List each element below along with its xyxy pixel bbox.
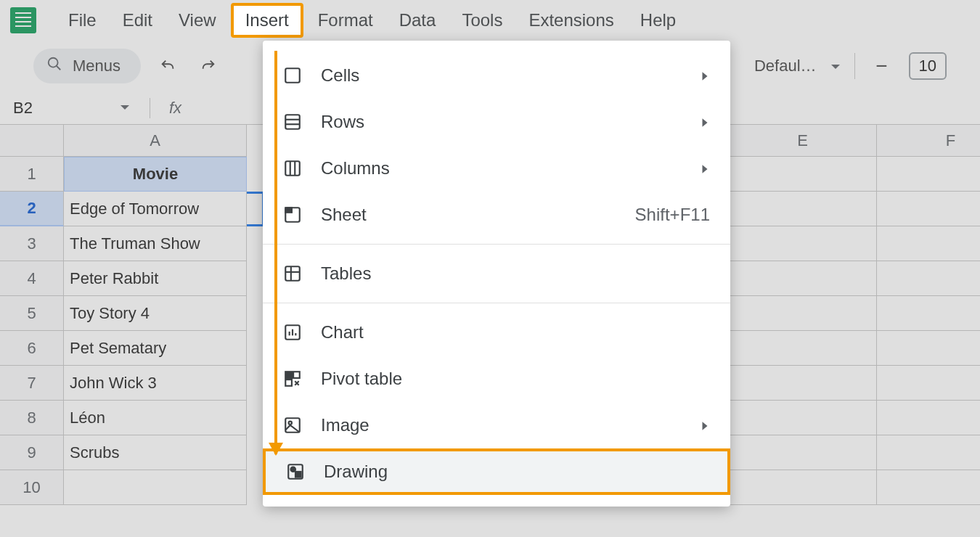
chevron-down-icon[interactable] — [119, 102, 131, 115]
row-header[interactable]: 10 — [0, 470, 64, 505]
insert-drawing[interactable]: Drawing — [263, 448, 730, 495]
cell[interactable] — [877, 401, 980, 435]
cell[interactable]: Léon — [64, 401, 247, 435]
svg-point-22 — [289, 422, 292, 425]
cell[interactable] — [729, 192, 877, 226]
search-menus[interactable]: Menus — [33, 49, 141, 83]
row-header[interactable]: 1 — [0, 157, 64, 192]
drawing-icon — [286, 462, 305, 481]
insert-sheet[interactable]: SheetShift+F11 — [263, 192, 730, 238]
svg-rect-11 — [285, 266, 300, 281]
image-icon — [283, 416, 302, 435]
name-box[interactable]: B2 — [13, 99, 100, 118]
cell[interactable]: Movie — [64, 157, 247, 192]
row-header[interactable]: 5 — [0, 296, 64, 331]
svg-rect-25 — [295, 472, 301, 477]
cell[interactable] — [877, 366, 980, 401]
rows-icon — [283, 112, 302, 131]
cell[interactable] — [877, 192, 980, 226]
cell[interactable] — [877, 157, 980, 192]
insert-image[interactable]: Image — [263, 402, 730, 448]
row-header[interactable]: 7 — [0, 366, 64, 401]
chevron-right-icon — [700, 415, 710, 435]
row-header[interactable]: 4 — [0, 261, 64, 296]
row-header[interactable]: 2 — [0, 192, 64, 226]
col-header-f[interactable]: F — [877, 125, 980, 157]
row-header[interactable]: 3 — [0, 226, 64, 261]
tables-icon — [283, 264, 302, 283]
fx-icon: fx — [169, 99, 181, 118]
toolbar-divider — [854, 53, 855, 79]
font-family-select[interactable]: Defaul… — [754, 57, 817, 75]
cell[interactable] — [877, 226, 980, 261]
svg-rect-19 — [293, 372, 300, 378]
insert-chart[interactable]: Chart — [263, 309, 730, 356]
search-menus-label: Menus — [73, 57, 121, 75]
cell[interactable] — [729, 296, 877, 331]
font-size-decrease[interactable]: − — [868, 52, 896, 80]
row-header[interactable]: 9 — [0, 435, 64, 470]
cell[interactable] — [877, 261, 980, 296]
menu-item-label: Rows — [321, 112, 681, 132]
insert-pivot-table[interactable]: Pivot table — [263, 356, 730, 402]
menu-item-label: Sheet — [321, 205, 616, 225]
cell[interactable]: Peter Rabbit — [64, 261, 247, 296]
cell[interactable] — [729, 366, 877, 401]
toolbar-divider — [150, 98, 150, 118]
menu-file[interactable]: File — [57, 6, 108, 35]
row-header[interactable]: 6 — [0, 331, 64, 366]
menu-item-label: Drawing — [324, 462, 707, 482]
menu-help[interactable]: Help — [629, 6, 687, 35]
pivot-icon — [283, 369, 302, 388]
chevron-down-icon — [830, 57, 841, 75]
menu-edit[interactable]: Edit — [111, 6, 164, 35]
sheets-logo-icon — [10, 7, 36, 33]
select-all-corner[interactable] — [0, 125, 64, 157]
cell[interactable]: Scrubs — [64, 435, 247, 470]
menu-tools[interactable]: Tools — [450, 6, 514, 35]
cell[interactable] — [877, 470, 980, 505]
menubar: File Edit View Insert Format Data Tools … — [0, 0, 980, 41]
menu-item-label: Image — [321, 415, 681, 435]
undo-button[interactable] — [154, 52, 181, 80]
insert-columns[interactable]: Columns — [263, 145, 730, 192]
cell[interactable] — [877, 296, 980, 331]
chevron-right-icon — [700, 158, 710, 179]
insert-tables[interactable]: Tables — [263, 250, 730, 297]
cell[interactable] — [729, 226, 877, 261]
cell[interactable]: Toy Story 4 — [64, 296, 247, 331]
cell[interactable] — [877, 331, 980, 366]
menu-extensions[interactable]: Extensions — [517, 6, 625, 35]
menu-data[interactable]: Data — [388, 6, 448, 35]
menu-view[interactable]: View — [167, 6, 228, 35]
svg-rect-2 — [285, 68, 300, 83]
cell[interactable] — [729, 331, 877, 366]
row-header[interactable]: 8 — [0, 401, 64, 435]
cell[interactable] — [64, 470, 247, 505]
insert-rows[interactable]: Rows — [263, 99, 730, 145]
cell[interactable] — [729, 401, 877, 435]
cell[interactable] — [729, 261, 877, 296]
cell[interactable]: Pet Sematary — [64, 331, 247, 366]
svg-rect-10 — [285, 208, 292, 213]
cell[interactable] — [877, 435, 980, 470]
redo-button[interactable] — [195, 52, 222, 80]
menu-format[interactable]: Format — [306, 6, 385, 35]
cell[interactable] — [729, 157, 877, 192]
cell[interactable] — [729, 435, 877, 470]
cell[interactable]: Edge of Tomorrow — [64, 192, 247, 226]
col-header-a[interactable]: A — [64, 125, 247, 157]
font-size-input[interactable]: 10 — [909, 52, 947, 80]
cell[interactable] — [729, 470, 877, 505]
insert-cells[interactable]: Cells — [263, 52, 730, 99]
menu-shortcut: Shift+F11 — [635, 205, 710, 225]
chart-icon — [283, 323, 302, 342]
menu-item-label: Tables — [321, 263, 710, 284]
col-header-e[interactable]: E — [729, 125, 877, 157]
chevron-right-icon — [700, 112, 710, 132]
search-icon — [46, 56, 62, 76]
menu-insert[interactable]: Insert — [231, 3, 303, 38]
columns-icon — [283, 159, 302, 178]
cell[interactable]: John Wick 3 — [64, 366, 247, 401]
cell[interactable]: The Truman Show — [64, 226, 247, 261]
